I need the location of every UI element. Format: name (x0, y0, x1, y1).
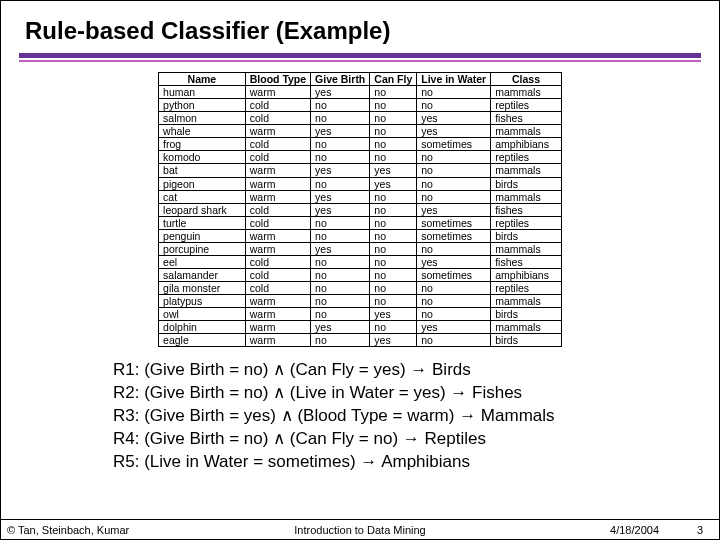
table-body: humanwarmyesnonomammalspythoncoldnononor… (159, 86, 562, 347)
table-row: salamandercoldnonosometimesamphibians (159, 268, 562, 281)
col-water: Live in Water (417, 73, 491, 86)
table-cell: yes (417, 321, 491, 334)
table-cell: warm (245, 164, 310, 177)
table-cell: yes (311, 203, 370, 216)
table-row: batwarmyesyesnomammals (159, 164, 562, 177)
table-cell: warm (245, 321, 310, 334)
table-cell: yes (370, 177, 417, 190)
table-cell: birds (491, 177, 562, 190)
table-cell: no (417, 282, 491, 295)
table-cell: yes (311, 242, 370, 255)
table-cell: no (370, 242, 417, 255)
table-cell: no (311, 151, 370, 164)
table-cell: cold (245, 112, 310, 125)
table-cell: salamander (159, 268, 246, 281)
table-cell: fishes (491, 203, 562, 216)
table-row: eelcoldnonoyesfishes (159, 255, 562, 268)
table-row: gila monstercoldnononoreptiles (159, 282, 562, 295)
table-cell: mammals (491, 190, 562, 203)
table-cell: python (159, 99, 246, 112)
table-cell: warm (245, 86, 310, 99)
rules-block: R1: (Give Birth = no) ∧ (Can Fly = yes) … (113, 359, 719, 474)
table-row: platypuswarmnononomammals (159, 295, 562, 308)
table-cell: amphibians (491, 268, 562, 281)
table-cell: no (417, 295, 491, 308)
col-class: Class (491, 73, 562, 86)
table-cell: sometimes (417, 229, 491, 242)
table-cell: cold (245, 138, 310, 151)
table-row: pythoncoldnononoreptiles (159, 99, 562, 112)
table-cell: warm (245, 229, 310, 242)
table-cell: mammals (491, 86, 562, 99)
table-cell: fishes (491, 255, 562, 268)
table-cell: reptiles (491, 216, 562, 229)
table-cell: salmon (159, 112, 246, 125)
rule-line: R1: (Give Birth = no) ∧ (Can Fly = yes) … (113, 359, 719, 382)
table-row: pigeonwarmnoyesnobirds (159, 177, 562, 190)
table-cell: owl (159, 308, 246, 321)
table-cell: no (370, 151, 417, 164)
col-birth: Give Birth (311, 73, 370, 86)
table-cell: no (311, 99, 370, 112)
table-cell: no (311, 216, 370, 229)
table-cell: no (311, 138, 370, 151)
table-cell: sometimes (417, 138, 491, 151)
table-cell: warm (245, 190, 310, 203)
table-cell: yes (417, 255, 491, 268)
table-cell: mammals (491, 295, 562, 308)
table-cell: frog (159, 138, 246, 151)
table-cell: no (311, 177, 370, 190)
table-cell: leopard shark (159, 203, 246, 216)
table-cell: yes (370, 308, 417, 321)
table-cell: yes (417, 112, 491, 125)
rule-line: R3: (Give Birth = yes) ∧ (Blood Type = w… (113, 405, 719, 428)
table-cell: cold (245, 99, 310, 112)
table-cell: no (311, 282, 370, 295)
table-cell: no (417, 164, 491, 177)
table-cell: human (159, 86, 246, 99)
table-cell: no (370, 203, 417, 216)
table-cell: warm (245, 242, 310, 255)
table-cell: no (311, 308, 370, 321)
table-row: eaglewarmnoyesnobirds (159, 334, 562, 347)
table-cell: reptiles (491, 151, 562, 164)
table-cell: eel (159, 255, 246, 268)
footer: © Tan, Steinbach, Kumar Introduction to … (1, 519, 719, 539)
table-cell: yes (311, 190, 370, 203)
table-cell: dolphin (159, 321, 246, 334)
table-cell: no (417, 151, 491, 164)
table-cell: cold (245, 203, 310, 216)
table-cell: birds (491, 229, 562, 242)
data-table: Name Blood Type Give Birth Can Fly Live … (158, 72, 562, 347)
table-cell: no (417, 334, 491, 347)
table-cell: amphibians (491, 138, 562, 151)
table-cell: no (370, 112, 417, 125)
table-row: turtlecoldnonosometimesreptiles (159, 216, 562, 229)
table-cell: porcupine (159, 242, 246, 255)
table-cell: no (311, 268, 370, 281)
footer-date: 4/18/2004 (610, 524, 659, 536)
table-cell: cold (245, 268, 310, 281)
table-cell: yes (311, 86, 370, 99)
table-cell: cold (245, 255, 310, 268)
table-row: porcupinewarmyesnonomammals (159, 242, 562, 255)
title-underline (19, 53, 701, 62)
table-cell: birds (491, 334, 562, 347)
table-cell: no (370, 216, 417, 229)
table-cell: yes (417, 125, 491, 138)
rule-line: R5: (Live in Water = sometimes) → Amphib… (113, 451, 719, 474)
table-cell: sometimes (417, 216, 491, 229)
table-cell: warm (245, 177, 310, 190)
table-cell: komodo (159, 151, 246, 164)
table-cell: mammals (491, 125, 562, 138)
table-cell: warm (245, 308, 310, 321)
table-row: frogcoldnonosometimesamphibians (159, 138, 562, 151)
table-cell: no (370, 86, 417, 99)
table-row: catwarmyesnonomammals (159, 190, 562, 203)
table-cell: no (370, 268, 417, 281)
table-row: humanwarmyesnonomammals (159, 86, 562, 99)
hr-thin (19, 60, 701, 62)
table-cell: cold (245, 151, 310, 164)
table-wrap: Name Blood Type Give Birth Can Fly Live … (1, 72, 719, 347)
rule-line: R4: (Give Birth = no) ∧ (Can Fly = no) →… (113, 428, 719, 451)
